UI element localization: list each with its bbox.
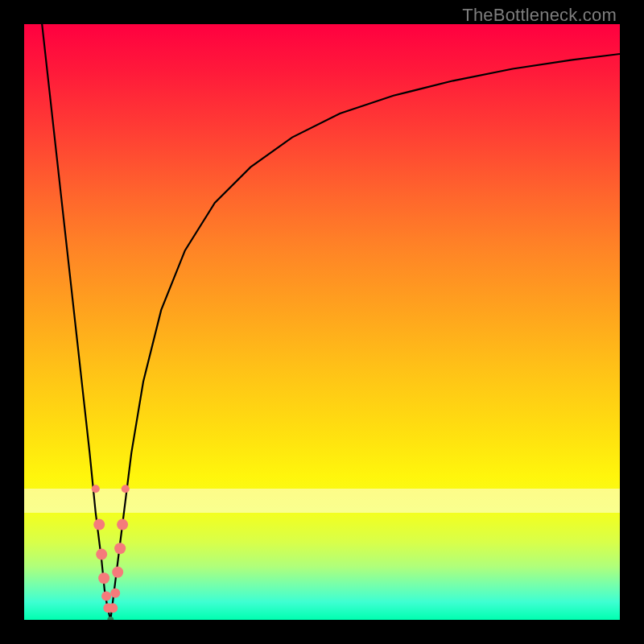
marker-group [92, 485, 130, 620]
data-marker [108, 603, 118, 613]
watermark-text: TheBottleneck.com [462, 5, 617, 26]
curve-layer [24, 24, 620, 620]
chart-frame: TheBottleneck.com [0, 0, 644, 644]
data-marker [92, 485, 100, 493]
data-marker [114, 543, 126, 554]
plot-area [24, 24, 620, 620]
data-marker [110, 588, 120, 598]
data-marker [98, 572, 109, 584]
data-marker [107, 617, 114, 620]
curve-right [110, 54, 620, 620]
data-marker [96, 549, 107, 560]
curve-left [42, 24, 110, 620]
data-marker [122, 485, 130, 493]
data-marker [101, 591, 111, 601]
data-marker [93, 519, 105, 530]
data-marker [112, 567, 123, 578]
data-marker [117, 519, 128, 530]
